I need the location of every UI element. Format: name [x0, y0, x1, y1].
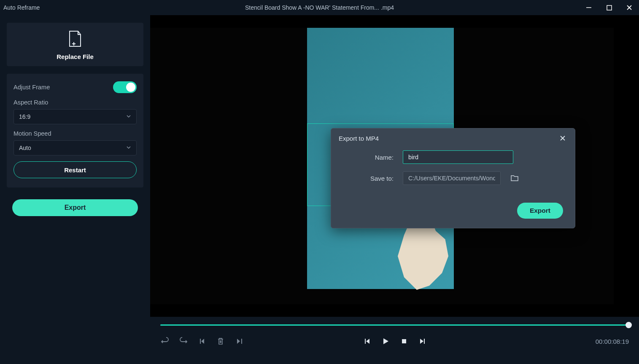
motion-speed-label: Motion Speed — [13, 130, 137, 137]
next-frame-icon[interactable] — [418, 337, 427, 346]
stop-icon[interactable] — [399, 337, 409, 346]
replace-file-button[interactable]: Replace File — [7, 23, 143, 66]
svg-rect-1 — [607, 5, 612, 10]
play-icon[interactable] — [381, 337, 390, 346]
folder-icon[interactable] — [510, 174, 519, 183]
modal-backdrop: Export to MP4 Name: Save to: — [150, 28, 639, 317]
name-label: Name: — [343, 154, 394, 161]
preview-area: Export to MP4 Name: Save to: — [150, 28, 639, 317]
edit-controls — [160, 337, 244, 346]
save-to-input[interactable] — [403, 171, 501, 185]
adjust-frame-toggle[interactable] — [113, 81, 137, 93]
restart-button[interactable]: Restart — [13, 161, 137, 178]
replace-file-label: Replace File — [57, 53, 94, 60]
file-plus-icon — [68, 30, 82, 49]
close-icon[interactable] — [623, 1, 636, 14]
aspect-ratio-value: 16:9 — [19, 113, 30, 120]
adjust-panel: Adjust Frame Aspect Ratio 16:9 Motion Sp… — [7, 74, 143, 187]
motion-speed-select[interactable]: Auto — [13, 140, 137, 155]
redo-icon[interactable] — [179, 337, 188, 346]
svg-rect-8 — [402, 339, 406, 343]
modal-close-icon[interactable] — [558, 134, 567, 143]
save-to-label: Save to: — [343, 175, 394, 182]
motion-speed-value: Auto — [19, 145, 31, 151]
sidebar: Replace File Adjust Frame Aspect Ratio 1… — [0, 15, 150, 364]
app-name: Auto Reframe — [3, 4, 40, 11]
playback-controls — [362, 337, 427, 346]
window-file-name: Stencil Board Show A -NO WAR' Statement … — [245, 4, 394, 11]
adjust-frame-label: Adjust Frame — [13, 84, 50, 91]
aspect-ratio-label: Aspect Ratio — [13, 99, 137, 106]
modal-title: Export to MP4 — [339, 135, 379, 142]
skip-end-icon[interactable] — [235, 337, 244, 346]
modal-export-button[interactable]: Export — [517, 203, 563, 219]
aspect-ratio-select[interactable]: 16:9 — [13, 109, 137, 124]
window-controls — [582, 1, 636, 14]
chevron-down-icon — [126, 145, 131, 151]
name-input[interactable] — [403, 150, 513, 164]
chevron-down-icon — [126, 113, 131, 120]
main-area: Export to MP4 Name: Save to: — [150, 15, 639, 364]
playhead-knob[interactable] — [626, 322, 632, 328]
delete-icon[interactable] — [216, 337, 225, 346]
export-button[interactable]: Export — [12, 199, 138, 216]
maximize-icon[interactable] — [603, 1, 615, 14]
timecode: 00:00:08:19 — [596, 338, 629, 345]
undo-icon[interactable] — [160, 337, 170, 346]
progress-track[interactable] — [160, 317, 629, 328]
prev-frame-icon[interactable] — [362, 337, 372, 346]
skip-start-icon[interactable] — [197, 337, 207, 346]
minimize-icon[interactable] — [582, 1, 595, 14]
titlebar: Auto Reframe Stencil Board Show A -NO WA… — [0, 0, 639, 15]
export-modal: Export to MP4 Name: Save to: — [331, 128, 575, 228]
timeline: 00:00:08:19 — [150, 317, 639, 364]
